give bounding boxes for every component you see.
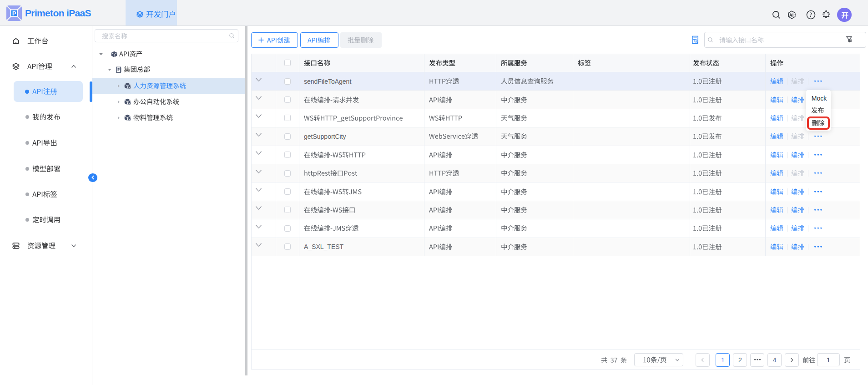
svg-text:P: P [12,10,16,16]
